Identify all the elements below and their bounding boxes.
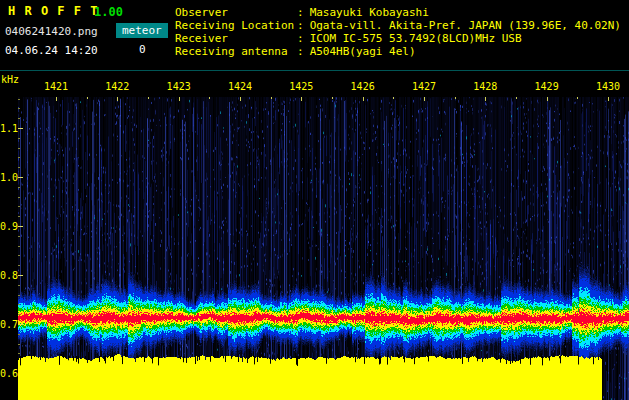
y-axis-unit: kHz [1,74,19,85]
y-tick-label: 0.6 [0,368,16,379]
info-row-receiver: Receiver:ICOM IC-575 53.7492(8LCD)MHz US… [175,32,621,45]
y-tick-label: 0.8 [0,270,16,281]
x-tick-label: 1423 [167,81,191,92]
observation-info: Observer:Masayuki Kobayashi Receiving Lo… [175,6,621,58]
info-colon: : [297,32,304,45]
mode-badge: meteor [116,23,168,38]
info-label: Receiver [175,32,297,45]
datetime: 04.06.24 14:20 [5,44,98,57]
info-row-location: Receiving Location:Ogata-vill. Akita-Pre… [175,19,621,32]
info-value: Ogata-vill. Akita-Pref. JAPAN (139.96E, … [310,19,621,32]
filename: 0406241420.png [5,25,98,38]
x-tick-label: 1422 [105,81,129,92]
info-label: Observer [175,6,297,19]
info-label: Receiving antenna [175,45,297,58]
x-tick-label: 1428 [473,81,497,92]
info-value: ICOM IC-575 53.7492(8LCD)MHz USB [310,32,522,45]
header-divider [0,70,629,71]
info-value: Masayuki Kobayashi [310,6,429,19]
x-tick-label: 1427 [412,81,436,92]
y-tick-label: 0.7 [0,319,16,330]
x-tick-label: 1421 [44,81,68,92]
x-tick-label: 1426 [351,81,375,92]
x-tick-label: 1429 [535,81,559,92]
app-version: 1.00 [94,5,123,19]
spectrogram-canvas [18,97,629,400]
hrofft-window: H R O F F T 1.00 0406241420.png meteor 0… [0,0,629,400]
x-tick-label: 1425 [289,81,313,92]
y-tick-label: 1.0 [0,172,16,183]
y-tick-label: 0.9 [0,221,16,232]
info-colon: : [297,19,304,32]
info-label: Receiving Location [175,19,297,32]
info-colon: : [297,6,304,19]
info-colon: : [297,45,304,58]
x-tick-label: 1430 [596,81,620,92]
x-tick-label: 1424 [228,81,252,92]
meteor-count: 0 [139,43,146,56]
y-tick-label: 1.1 [0,123,16,134]
app-title: H R O F F T [8,4,98,18]
info-row-antenna: Receiving antenna:A504HB(yagi 4el) [175,45,621,58]
info-value: A504HB(yagi 4el) [310,45,416,58]
info-row-observer: Observer:Masayuki Kobayashi [175,6,621,19]
